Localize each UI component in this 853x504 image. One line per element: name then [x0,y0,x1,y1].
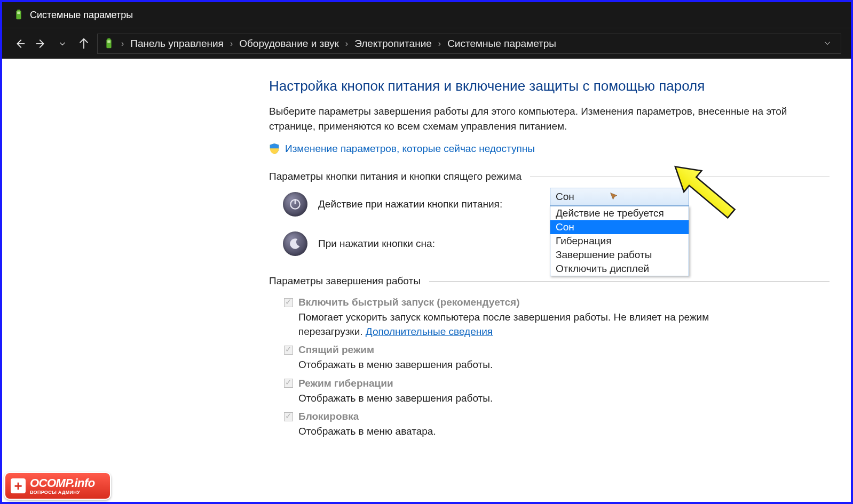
power-button-label: Действие при нажатии кнопки питания: [318,198,532,210]
sleep-button-label: При нажатии кнопки сна: [318,238,532,250]
explorer-navbar: › Панель управления › Оборудование и зву… [2,28,851,59]
chevron-right-icon[interactable]: › [119,39,126,49]
moon-icon [283,231,307,256]
hibernate-item: Режим гибернации Отображать в меню завер… [284,378,830,406]
change-unavailable-link-text: Изменение параметров, которые сейчас нед… [285,143,535,155]
section-header-buttons: Параметры кнопки питания и кнопки спящег… [269,171,830,182]
page-description: Выберите параметры завершения работы для… [269,104,792,133]
page-title: Настройка кнопок питания и включение защ… [269,78,830,94]
lock-checkbox [284,412,293,421]
breadcrumb-item[interactable]: Панель управления [130,38,224,50]
dropdown-option[interactable]: Действие не требуется [550,206,689,220]
sleep-mode-item: Спящий режим Отображать в меню завершени… [284,344,830,372]
fast-startup-checkbox [284,298,293,307]
power-button-row: Действие при нажатии кнопки питания: Сон… [283,192,830,217]
chevron-right-icon[interactable]: › [436,39,443,49]
fast-startup-desc: Помогает ускорить запуск компьютера посл… [298,310,768,339]
dropdown-option[interactable]: Отключить дисплей [550,262,689,276]
chevron-down-icon[interactable] [819,38,835,50]
battery-icon [13,9,25,21]
cursor-icon [609,191,620,205]
chevron-right-icon[interactable]: › [228,39,235,49]
sleep-checkbox [284,346,293,355]
svg-rect-8 [107,40,110,43]
breadcrumb-item[interactable]: Системные параметры [447,38,556,50]
address-bar[interactable]: › Панель управления › Оборудование и зву… [97,34,841,54]
change-unavailable-link[interactable]: Изменение параметров, которые сейчас нед… [269,143,830,155]
window-title: Системные параметры [30,10,133,21]
nav-recent-dropdown[interactable] [54,36,70,52]
power-icon [283,192,307,217]
sleep-button-row: При нажатии кнопки сна: [283,231,830,256]
svg-rect-7 [107,38,110,39]
watermark-badge: + OCOMP.info ВОПРОСЫ АДМИНУ [4,472,111,500]
more-info-link[interactable]: Дополнительные сведения [366,326,493,337]
svg-rect-2 [17,12,20,14]
breadcrumb-item[interactable]: Оборудование и звук [239,38,339,50]
content-pane: Настройка кнопок питания и включение защ… [2,59,851,502]
section-header-shutdown: Параметры завершения работы [269,275,830,287]
nav-up-button[interactable] [76,36,92,52]
chevron-right-icon[interactable]: › [343,39,350,49]
plus-icon: + [11,478,26,493]
power-action-dropdown[interactable]: Сон [550,188,689,206]
window-titlebar: Системные параметры [2,2,851,28]
hibernate-checkbox [284,379,293,388]
shield-icon [269,143,280,155]
breadcrumb-item[interactable]: Электропитание [354,38,432,50]
battery-icon [103,38,115,50]
lock-item: Блокировка Отображать в меню аватара. [284,411,830,439]
fast-startup-item: Включить быстрый запуск (рекомендуется) … [284,297,830,339]
svg-rect-1 [17,10,20,11]
nav-forward-button[interactable] [33,36,49,52]
nav-back-button[interactable] [12,36,28,52]
